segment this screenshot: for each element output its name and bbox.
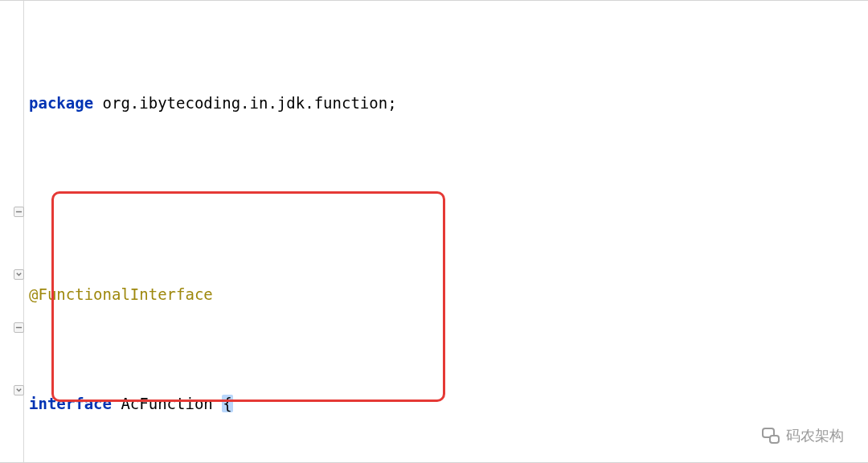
fold-minus-icon[interactable]	[14, 207, 24, 217]
fold-minus-icon[interactable]	[14, 322, 24, 333]
brace-open-highlighted: {	[222, 395, 232, 412]
code-line: @FunctionalInterface	[29, 281, 868, 308]
fold-end-icon[interactable]	[14, 269, 24, 280]
chat-bubbles-icon	[762, 428, 780, 444]
package-name: org.ibytecoding.in.jdk.function	[103, 94, 388, 112]
code-line: package org.ibytecoding.in.jdk.function;	[29, 89, 868, 117]
gutter	[0, 1, 24, 462]
fold-end-icon[interactable]	[14, 385, 24, 395]
code-editor[interactable]: package org.ibytecoding.in.jdk.function;…	[0, 0, 868, 463]
type-name: AcFunction	[121, 395, 212, 412]
semicolon: ;	[387, 94, 396, 112]
code-area[interactable]: package org.ibytecoding.in.jdk.function;…	[24, 1, 868, 462]
watermark-text: 码农架构	[786, 426, 844, 445]
watermark: 码农架构	[762, 426, 844, 445]
keyword: package	[29, 94, 93, 112]
code-line: interface AcFunction {	[29, 390, 868, 417]
keyword: interface	[29, 395, 112, 412]
annotation: @FunctionalInterface	[29, 285, 213, 303]
